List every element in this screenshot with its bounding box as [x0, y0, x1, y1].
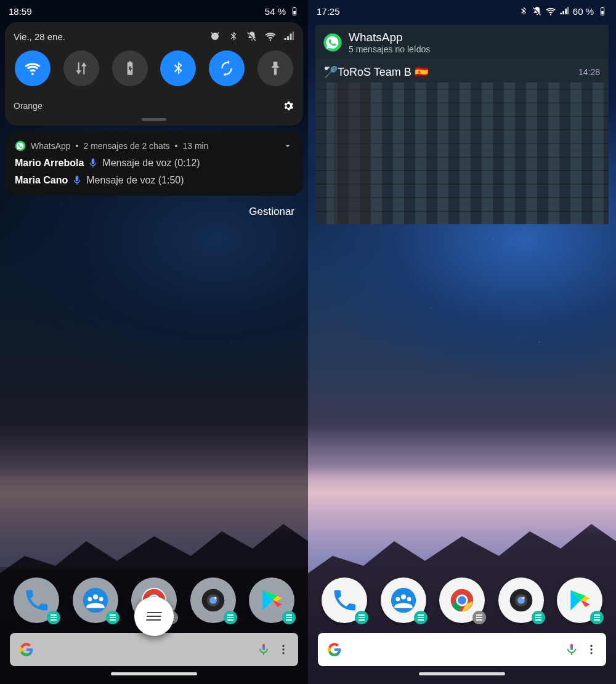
- status-time: 18:59: [9, 6, 32, 17]
- work-badge-icon: [590, 611, 604, 624]
- qs-tile-data[interactable]: [63, 50, 99, 86]
- notification-whatsapp-expanded[interactable]: WhatsApp 5 mensajes no leídos 🏸ToRoS Tea…: [315, 25, 609, 224]
- app-phone[interactable]: [14, 577, 59, 623]
- redacted-content: [315, 82, 609, 224]
- signal-icon: [559, 6, 569, 16]
- notif-age: 13 min: [183, 141, 209, 151]
- settings-icon[interactable]: [282, 100, 294, 112]
- manage-button[interactable]: Gestionar: [0, 196, 308, 218]
- qs-tile-battery-saver[interactable]: [112, 50, 148, 86]
- search-bar[interactable]: [318, 633, 606, 666]
- qs-tile-bluetooth[interactable]: [160, 50, 196, 86]
- search-bar[interactable]: [10, 633, 298, 666]
- expand-icon[interactable]: [282, 140, 293, 151]
- app-camera[interactable]: [190, 577, 236, 623]
- sender-name: Maria Cano: [15, 175, 68, 186]
- status-battery-text: 60 %: [573, 6, 594, 17]
- google-icon: [18, 642, 34, 658]
- whatsapp-icon: [323, 33, 342, 52]
- app-camera[interactable]: [498, 577, 544, 623]
- voice-message-icon: [71, 175, 83, 186]
- battery-icon: [598, 6, 607, 16]
- work-badge-icon: [47, 611, 60, 624]
- message-body: Mensaje de voz (1:50): [86, 175, 184, 186]
- carrier-label: Orange: [14, 101, 43, 111]
- app-play-store[interactable]: [557, 577, 602, 623]
- notif-app-name: WhatsApp: [31, 141, 71, 151]
- dock: [308, 567, 616, 684]
- phone-right: 17:25 60 % WhatsApp 5 mensajes no leídos…: [308, 0, 616, 684]
- bluetooth-status-icon: [519, 6, 529, 16]
- voice-message-icon: [87, 158, 99, 169]
- phone-left: 18:59 54 % Vie., 28 ene. Orange: [0, 0, 308, 684]
- work-badge-icon: [282, 611, 296, 624]
- app-play-store[interactable]: [249, 577, 294, 623]
- status-battery-text: 54 %: [265, 6, 286, 17]
- chat-time: 14:28: [578, 67, 600, 77]
- status-time: 17:25: [317, 6, 340, 17]
- qs-tile-auto-rotate[interactable]: [209, 50, 245, 86]
- quick-settings-panel[interactable]: Vie., 28 ene. Orange: [5, 22, 303, 126]
- voice-search-icon[interactable]: [256, 642, 271, 657]
- wifi-status-icon: [265, 31, 276, 42]
- qs-tile-wifi[interactable]: [15, 50, 51, 86]
- app-chrome[interactable]: [439, 577, 485, 623]
- dnd-icon: [532, 6, 542, 16]
- app-contacts[interactable]: [381, 577, 426, 623]
- google-icon: [326, 642, 342, 658]
- work-badge-icon: [472, 611, 486, 624]
- app-phone[interactable]: [322, 577, 367, 623]
- qs-tile-flashlight[interactable]: [257, 50, 293, 86]
- alarm-icon: [209, 31, 221, 42]
- sender-name: Mario Arrebola: [15, 158, 84, 169]
- app-contacts[interactable]: [73, 577, 118, 623]
- wifi-status-icon: [546, 6, 556, 16]
- work-badge-icon: [414, 611, 428, 624]
- notif-subtitle: 5 mensajes no leídos: [349, 44, 430, 54]
- message-body: Mensaje de voz (0:12): [102, 158, 200, 169]
- qs-date: Vie., 28 ene.: [14, 31, 65, 42]
- bluetooth-status-icon: [228, 31, 239, 42]
- notif-line-1: Mario Arrebola Mensaje de voz (0:12): [15, 158, 293, 169]
- more-icon[interactable]: [277, 643, 290, 656]
- work-badge-icon: [355, 611, 368, 624]
- battery-icon: [290, 6, 299, 16]
- work-badge-icon: [532, 611, 545, 624]
- chat-name: 🏸ToRoS Team B 🇪🇸: [324, 65, 428, 79]
- more-icon[interactable]: [585, 643, 598, 656]
- dnd-icon: [246, 31, 257, 42]
- work-badge-icon: [224, 611, 237, 624]
- status-bar: 18:59 54 %: [0, 0, 308, 22]
- work-badge-icon: [106, 611, 120, 624]
- qs-drag-handle[interactable]: [142, 118, 166, 121]
- notification-clear-button[interactable]: [134, 597, 174, 636]
- notification-whatsapp[interactable]: WhatsApp • 2 mensajes de 2 chats • 13 mi…: [5, 132, 303, 196]
- notif-summary: 2 mensajes de 2 chats: [84, 141, 170, 151]
- signal-icon: [283, 31, 294, 42]
- nav-gesture-pill[interactable]: [111, 672, 197, 675]
- notif-app-name: WhatsApp: [349, 31, 430, 44]
- status-bar: 17:25 60 %: [308, 0, 616, 22]
- notif-line-2: Maria Cano Mensaje de voz (1:50): [15, 175, 293, 186]
- voice-search-icon[interactable]: [564, 642, 579, 657]
- whatsapp-icon: [15, 140, 26, 151]
- nav-gesture-pill[interactable]: [419, 672, 505, 675]
